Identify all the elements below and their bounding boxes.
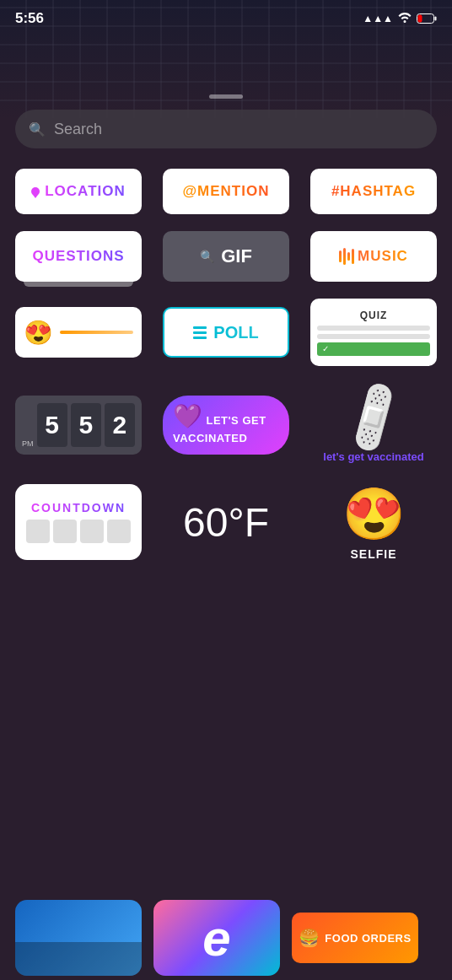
wifi-icon [398,12,412,25]
vaccinated-heart-icon: 💜 [173,403,202,429]
countdown-box-2 [53,520,77,543]
gif-sticker[interactable]: 🔍 GIF [163,231,289,282]
countdown-box-3 [80,520,104,543]
search-bar[interactable]: 🔍 Search [15,110,437,148]
countdown-boxes [26,520,131,543]
quiz-lines: ✓ [317,326,430,356]
location-dot-icon [31,187,40,196]
bandaid-sticker[interactable]: 🩹 let's get vaccinated [310,383,437,467]
countdown-sticker[interactable]: COUNTDOWN [15,484,142,560]
city-skyline-icon [15,942,142,976]
bandaid-caption: let's get vaccinated [323,450,423,464]
quiz-line-2 [317,334,430,339]
quiz-label: QUIZ [360,310,388,321]
music-label: MUSIC [358,248,408,265]
drag-handle [209,94,243,99]
city-sticker[interactable] [15,900,142,976]
questions-label: QUESTIONS [32,248,124,265]
bottom-row-stickers: e 🍔 FOOD ORDERS [15,896,437,980]
gif-search-icon: 🔍 [200,250,214,263]
clock-period: PM [22,439,34,448]
poll-label: POLL [213,323,258,342]
vaccinated-sticker[interactable]: 💜 LET'S GET VACCINATED [163,396,289,455]
poll-line-2 [193,331,207,334]
status-icons: ▲▲▲ [363,12,437,25]
mention-sticker[interactable]: @MENTION [163,169,289,214]
status-bar: 5:56 ▲▲▲ [0,0,452,37]
questions-sticker[interactable]: QUESTIONS [15,231,142,282]
clock-digit-2: 5 [71,403,101,447]
music-bar-2 [343,248,346,265]
location-sticker[interactable]: LOCATION [15,169,142,214]
music-bar-1 [339,250,342,262]
countdown-box-1 [26,520,50,543]
row-stickers-4: PM 5 5 2 💜 LET'S GET VACCINATED 🩹 let's … [15,383,437,467]
food-orders-label: FOOD ORDERS [325,932,411,945]
row-stickers-3: 😍 POLL QUIZ ✓ [15,299,437,366]
clock-sticker[interactable]: PM 5 5 2 [15,396,142,455]
slider-line [60,331,133,334]
quiz-line-1 [317,326,430,331]
food-orders-icon: 🍔 [299,928,320,948]
music-bar-4 [352,249,354,264]
signal-icon: ▲▲▲ [363,13,393,24]
search-icon: 🔍 [29,121,46,137]
quiz-answer-line: ✓ [317,342,430,356]
gif-label: GIF [221,245,252,267]
svg-rect-1 [435,17,437,21]
poll-line-1 [193,326,207,329]
cursive-icon: e [202,909,230,967]
hashtag-sticker[interactable]: #HASHTAG [310,169,437,214]
food-orders-sticker[interactable]: 🍔 FOOD ORDERS [292,913,418,963]
countdown-box-4 [107,520,131,543]
weather-sticker[interactable]: 60°F [163,484,289,560]
clock-digit-3: 2 [105,403,135,447]
mention-label: @MENTION [183,183,270,200]
cursive-sticker[interactable]: e [153,900,280,976]
music-sticker[interactable]: MUSIC [310,231,437,282]
poll-lines-icon [193,326,207,339]
status-time: 5:56 [15,10,44,27]
svg-rect-2 [418,15,422,23]
hashtag-label: #HASHTAG [331,183,416,200]
emoji-slider-sticker[interactable]: 😍 [15,307,142,358]
location-label: LOCATION [45,183,126,200]
music-bars-icon [339,248,354,265]
search-placeholder: Search [54,121,102,138]
countdown-label: COUNTDOWN [31,501,126,514]
selfie-label: SELFIE [350,547,396,561]
battery-icon [417,13,437,24]
quiz-check-icon: ✓ [322,344,329,353]
selfie-emoji-icon: 😍 [342,484,406,544]
quiz-sticker[interactable]: QUIZ ✓ [310,299,437,366]
row-stickers-2: QUESTIONS 🔍 GIF MUSIC [15,231,437,282]
bandaid-emoji-icon: 🩹 [331,375,416,459]
clock-digit-1: 5 [37,403,67,447]
poll-sticker[interactable]: POLL [163,307,289,358]
sticker-grid: LOCATION @MENTION #HASHTAG QUESTIONS 🔍 G… [15,169,437,568]
row-stickers-1: LOCATION @MENTION #HASHTAG [15,169,437,214]
poll-line-3 [193,337,207,339]
emoji-slider-face: 😍 [24,319,53,347]
music-bar-3 [347,252,350,261]
weather-label: 60°F [183,499,269,546]
selfie-sticker[interactable]: 😍 SELFIE [310,484,437,560]
row-stickers-5: COUNTDOWN 60°F 😍 SELFIE [15,484,437,560]
